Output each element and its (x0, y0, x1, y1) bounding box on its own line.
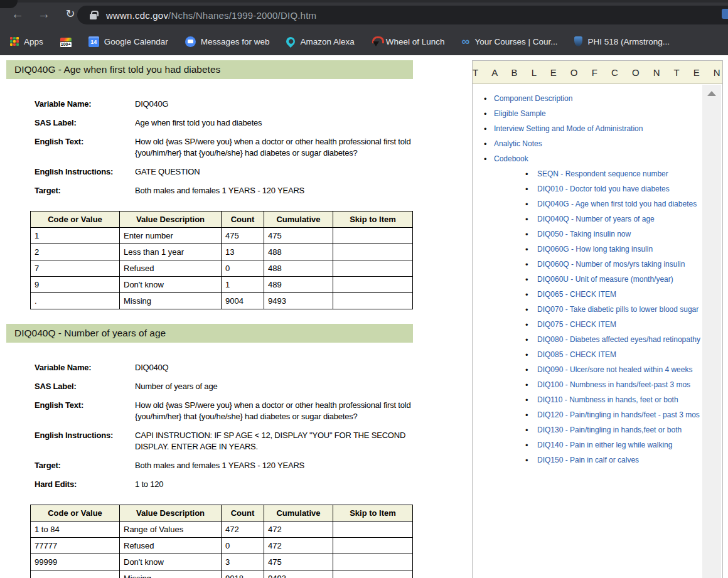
toc-item: DIQ150 - Pain in calf or calves (473, 455, 701, 466)
toc-link[interactable]: DIQ070 - Take diabetic pills to lower bl… (537, 305, 699, 314)
toc-item: DIQ050 - Taking insulin now (473, 229, 701, 240)
table-cell-skip (333, 244, 413, 260)
wheel-of-lunch-icon (372, 36, 381, 46)
variable-fields: Variable Name: DIQ040Q SAS Label: Number… (35, 362, 413, 490)
bookmark-label: Wheel of Lunch (386, 37, 445, 46)
field-label: Target: (35, 185, 135, 196)
toc-item: Eligible Sample (473, 109, 701, 119)
table-cell-description: Range of Values (120, 522, 222, 538)
table-header-row: Code or Value Value Description Count Cu… (31, 505, 413, 522)
table-cell-count: 3 (222, 554, 264, 570)
toc-item: DIQ070 - Take diabetic pills to lower bl… (473, 304, 701, 315)
toc-link[interactable]: DIQ140 - Pain in either leg while walkin… (537, 441, 672, 449)
toc-link[interactable]: DIQ040G - Age when first told you had di… (537, 200, 697, 208)
toc-link[interactable]: Interview Setting and Mode of Administra… (494, 124, 643, 133)
toc-link[interactable]: Eligible Sample (494, 109, 546, 118)
bookmark-label: Amazon Alexa (300, 37, 354, 46)
toc-link[interactable]: DIQ120 - Pain/tingling in hands/feet - p… (537, 410, 700, 419)
toc-link[interactable]: DIQ010 - Doctor told you have diabetes (537, 185, 670, 193)
toc-item: DIQ110 - Numbness in hands, feet or both (473, 395, 701, 405)
scroll-up-button[interactable] (702, 85, 721, 102)
browser-chrome: ← → ↻ wwwn.cdc.gov/Nchs/Nhanes/1999-2000… (0, 0, 728, 55)
table-cell-code: . (31, 570, 120, 578)
toc-link[interactable]: DIQ130 - Pain/tingling in hands,feet or … (537, 425, 682, 434)
table-cell-code: 1 (31, 228, 120, 244)
bookmark-your-courses[interactable]: ∞ Your Courses | Cour... (462, 36, 558, 46)
toc-link[interactable]: DIQ150 - Pain in calf or calves (537, 456, 639, 464)
table-row: . Missing 9004 9493 (31, 293, 413, 309)
toc-link[interactable]: DIQ040Q - Number of years of age (537, 215, 655, 223)
table-row: 1 Enter number 475 475 (31, 228, 413, 244)
codebook-main-column: DIQ040G - Age when first told you had di… (6, 55, 413, 578)
back-button[interactable]: ← (9, 6, 26, 22)
toc-link[interactable]: DIQ060G - How long taking insulin (537, 245, 653, 254)
field-value: Number of years of age (135, 381, 420, 392)
table-header-cell: Value Description (120, 505, 222, 522)
toc-link[interactable]: DIQ085 - CHECK ITEM (537, 350, 616, 359)
table-header-cell: Cumulative (264, 505, 333, 522)
table-cell-skip (333, 538, 413, 554)
toc-link[interactable]: Codebook (494, 154, 528, 163)
toc-item: DIQ075 - CHECK ITEM (473, 319, 701, 330)
bookmark-label: Messages for web (201, 37, 270, 46)
code-value-table: Code or Value Value Description Count Cu… (30, 505, 413, 578)
forward-button[interactable]: → (35, 6, 53, 22)
field-label: Target: (35, 460, 135, 471)
field-label: Variable Name: (35, 99, 135, 110)
apps-grid-icon (10, 37, 19, 46)
field-value: How old {was SP/were you} when a doctor … (135, 136, 420, 159)
toc-link[interactable]: SEQN - Respondent sequence number (537, 169, 668, 178)
bookmark-wheel-of-lunch[interactable]: Wheel of Lunch (372, 36, 445, 46)
toc-link[interactable]: DIQ060U - Unit of measure (month/year) (537, 275, 673, 284)
address-bar[interactable]: wwwn.cdc.gov/Nchs/Nhanes/1999-2000/DIQ.h… (77, 6, 728, 24)
table-header-cell: Code or Value (31, 211, 120, 228)
toc-title: T A B L E O F C O N T E N T S (473, 61, 722, 84)
bookmark-google-calendar[interactable]: 14 Google Calendar (88, 36, 168, 47)
variable-fields: Variable Name: DIQ040G SAS Label: Age wh… (35, 99, 413, 196)
bookmark-label: PHI 518 (Armstrong... (587, 37, 670, 46)
toc-item: DIQ100 - Numbness in hands/feet-past 3 m… (473, 380, 701, 390)
bookmark-apps[interactable]: Apps (10, 37, 43, 46)
reload-button[interactable]: ↻ (62, 6, 79, 22)
table-cell-count: 9018 (222, 570, 264, 578)
bookmark-cutoff-icon[interactable] (722, 9, 728, 19)
field-label: English Text: (35, 136, 135, 159)
toc-link[interactable]: DIQ050 - Taking insulin now (537, 230, 631, 238)
field-label: English Text: (35, 400, 135, 422)
toc-item: DIQ060U - Unit of measure (month/year) (473, 274, 701, 285)
field-value: How old {was SP/were you} when a doctor … (135, 400, 420, 422)
table-cell-code: 77777 (31, 538, 120, 554)
toc-item: DIQ040G - Age when first told you had di… (473, 199, 701, 210)
field-value: GATE QUESTION (135, 166, 420, 178)
table-cell-cumulative: 488 (264, 244, 333, 260)
toc-link[interactable]: Component Description (494, 94, 572, 103)
toc-link[interactable]: DIQ100 - Numbness in hands/feet-past 3 m… (537, 380, 690, 389)
toc-link[interactable]: DIQ080 - Diabetes affected eyes/had reti… (537, 335, 700, 344)
table-row: . Missing 9018 9493 (31, 570, 413, 578)
shield-icon (574, 36, 582, 46)
bookmark-messages[interactable]: Messages for web (185, 36, 270, 47)
field-label: SAS Label: (35, 381, 135, 392)
toc-item: Component Description (473, 94, 701, 104)
table-row: 77777 Refused 0 472 (31, 538, 413, 554)
lock-icon[interactable] (90, 14, 97, 19)
table-row: 1 to 84 Range of Values 472 472 (31, 522, 413, 538)
table-cell-count: 1 (222, 277, 264, 293)
variable-section-diq040q: DIQ040Q - Number of years of age Variabl… (6, 324, 413, 578)
code-value-table: Code or Value Value Description Count Cu… (30, 211, 413, 309)
bookmark-gmail[interactable]: 100+ (60, 38, 72, 46)
toc-link[interactable]: DIQ060Q - Number of mos/yrs taking insul… (537, 260, 685, 269)
url-text: wwwn.cdc.gov/Nchs/Nhanes/1999-2000/DIQ.h… (106, 10, 316, 21)
table-cell-description: Missing (120, 570, 222, 578)
toc-scrollbar[interactable] (702, 85, 721, 578)
toc-link[interactable]: DIQ110 - Numbness in hands, feet or both (537, 395, 678, 404)
toc-link[interactable]: Analytic Notes (494, 139, 542, 148)
table-cell-description: Refused (120, 260, 222, 277)
toc-link[interactable]: DIQ090 - Ulcer/sore not healed within 4 … (537, 365, 692, 374)
field-value: Both males and females 1 YEARS - 120 YEA… (135, 460, 420, 471)
toc-link[interactable]: DIQ075 - CHECK ITEM (537, 320, 616, 329)
toc-link[interactable]: DIQ065 - CHECK ITEM (537, 290, 616, 299)
url-path: /Nchs/Nhanes/1999-2000/DIQ.htm (168, 10, 316, 21)
bookmark-amazon-alexa[interactable]: Amazon Alexa (286, 37, 354, 46)
bookmark-phi-518[interactable]: PHI 518 (Armstrong... (574, 36, 670, 46)
